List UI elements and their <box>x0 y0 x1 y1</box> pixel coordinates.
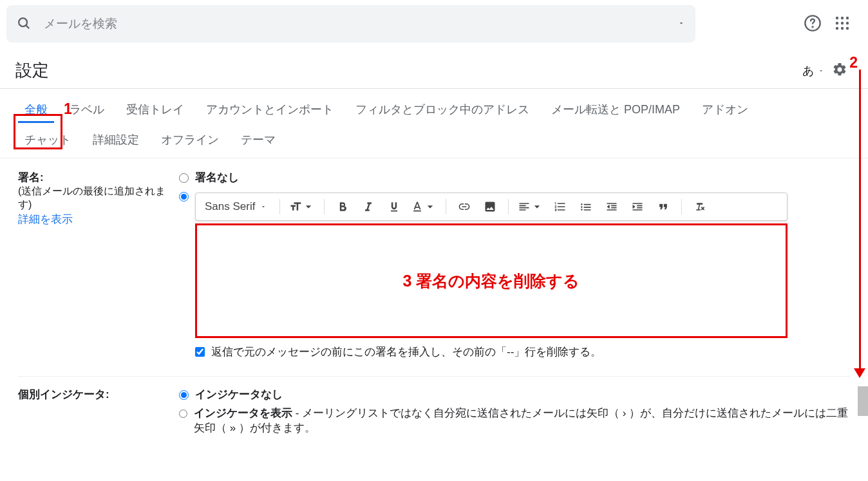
gear-icon[interactable] <box>832 62 847 80</box>
tab-general[interactable]: 全般 <box>18 98 54 123</box>
indent-more-button[interactable] <box>626 197 649 216</box>
annotation-number-1: 1 <box>64 100 72 118</box>
tab-filters[interactable]: フィルタとブロック中のアドレス <box>349 98 536 123</box>
numbered-list-button[interactable] <box>549 197 572 216</box>
annotation-arrow-line <box>859 70 861 371</box>
svg-point-11 <box>841 26 844 29</box>
svg-point-9 <box>846 21 849 24</box>
font-selector[interactable]: Sans Serif <box>202 199 273 214</box>
tab-advanced[interactable]: 詳細設定 <box>86 128 146 151</box>
input-tool-label[interactable]: あ <box>802 63 814 79</box>
tab-accounts[interactable]: アカウントとインポート <box>200 98 340 123</box>
settings-header: 設定 あ <box>0 48 868 89</box>
insert-before-quote-label: 返信で元のメッセージの前にこの署名を挿入し、その前の「--」行を削除する。 <box>211 344 601 359</box>
italic-button[interactable] <box>357 197 380 216</box>
editor-toolbar: Sans Serif <box>195 193 788 221</box>
input-tool-dropdown-icon[interactable] <box>818 65 824 77</box>
svg-point-3 <box>812 26 813 27</box>
indent-less-button[interactable] <box>600 197 623 216</box>
tab-inbox[interactable]: 受信トレイ <box>120 98 191 123</box>
quote-button[interactable] <box>652 197 675 216</box>
signature-label: 署名: <box>18 170 179 185</box>
remove-formatting-button[interactable] <box>688 197 712 216</box>
signature-section: 署名: (送信メールの最後に追加されます) 詳細を表示 署名なし Sans Se… <box>18 170 850 377</box>
annotation-arrow-head <box>854 368 865 378</box>
underline-button[interactable] <box>382 197 406 216</box>
indicator-show-label: インジケータを表示 <box>194 407 292 419</box>
tab-chat[interactable]: チャット <box>18 128 77 151</box>
annotation-number-2: 2 <box>849 54 858 71</box>
svg-point-0 <box>19 18 27 26</box>
signature-details-link[interactable]: 詳細を表示 <box>18 213 73 225</box>
indicator-show-desc: - メーリングリストではなく自分宛に送信されたメールには矢印（ › ）が、自分だ… <box>194 407 848 434</box>
image-button[interactable] <box>478 197 502 216</box>
tab-addons[interactable]: アドオン <box>695 98 755 123</box>
svg-point-12 <box>846 26 849 29</box>
signature-sublabel: (送信メールの最後に追加されます) <box>18 185 179 212</box>
link-button[interactable] <box>453 197 476 216</box>
bulleted-list-button[interactable] <box>574 197 598 216</box>
align-button[interactable] <box>515 197 546 216</box>
signature-editor[interactable]: 3 署名の内容を削除する <box>195 223 788 338</box>
indicator-show-radio[interactable] <box>179 409 187 419</box>
indicator-none-radio[interactable] <box>179 390 189 400</box>
svg-point-5 <box>841 16 844 19</box>
indicator-section: 個別インジケータ: インジケータなし インジケータを表示 - メーリングリストで… <box>18 387 850 452</box>
page-title: 設定 <box>15 59 49 82</box>
svg-point-7 <box>836 21 838 24</box>
text-color-button[interactable] <box>408 197 439 216</box>
svg-point-8 <box>841 21 844 24</box>
tab-forwarding[interactable]: メール転送と POP/IMAP <box>545 98 686 123</box>
font-size-button[interactable] <box>287 197 317 216</box>
settings-tabs: 全般 ラベル 受信トレイ アカウントとインポート フィルタとブロック中のアドレス… <box>0 89 868 158</box>
svg-point-6 <box>846 16 849 19</box>
help-icon[interactable] <box>804 14 822 34</box>
search-box[interactable] <box>6 5 695 42</box>
bold-button[interactable] <box>331 197 354 216</box>
apps-icon[interactable] <box>835 15 850 33</box>
tab-offline[interactable]: オフライン <box>155 128 225 151</box>
svg-point-10 <box>836 26 838 29</box>
top-bar <box>0 0 868 48</box>
signature-none-radio[interactable] <box>179 173 189 183</box>
indicator-none-label: インジケータなし <box>195 387 283 402</box>
indicator-label: 個別インジケータ: <box>18 387 179 402</box>
tab-themes[interactable]: テーマ <box>234 128 282 151</box>
search-options-dropdown[interactable] <box>677 19 685 29</box>
signature-none-label: 署名なし <box>195 170 239 185</box>
svg-point-4 <box>836 16 838 19</box>
signature-custom-radio[interactable] <box>179 192 189 202</box>
search-input[interactable] <box>44 17 677 31</box>
search-icon <box>17 16 31 32</box>
svg-line-1 <box>26 25 30 28</box>
insert-before-quote-checkbox[interactable] <box>195 347 205 357</box>
scrollbar-thumb[interactable] <box>858 386 868 416</box>
